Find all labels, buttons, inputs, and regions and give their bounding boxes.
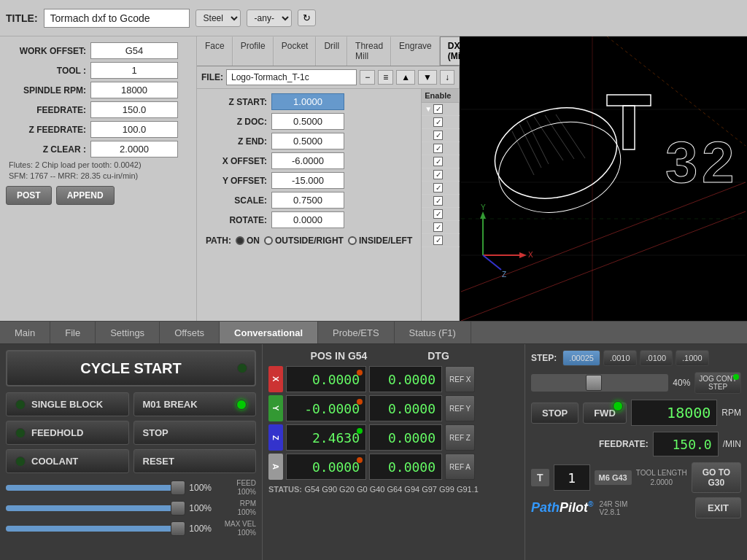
row-1-checkbox[interactable] xyxy=(433,117,443,127)
path-on-radio[interactable] xyxy=(236,236,244,245)
spindle-rpm-input[interactable] xyxy=(90,82,178,98)
scroll-down-button[interactable]: ▼ xyxy=(418,70,437,85)
tab-conversational[interactable]: Conversational xyxy=(220,322,318,343)
a-dtg-display: 0.0000 xyxy=(369,454,442,480)
z-end-input[interactable] xyxy=(271,133,344,149)
row-5-checkbox[interactable] xyxy=(433,170,443,179)
path-inside-radio[interactable] xyxy=(348,236,357,245)
step-1000-button[interactable]: .1000 xyxy=(676,350,709,366)
maxvel-slider-track[interactable] xyxy=(6,526,178,532)
axis-row-a: A 0.0000 0.0000 REF A xyxy=(268,454,519,480)
post-button[interactable]: POST xyxy=(6,186,52,205)
z-dtg-display: 0.0000 xyxy=(369,424,442,451)
step-0100-button[interactable]: .0100 xyxy=(640,350,673,366)
feed-label: FEED100% xyxy=(216,479,256,497)
cycle-start-led xyxy=(237,363,247,373)
feedrate-input[interactable] xyxy=(90,101,178,118)
normalize-button[interactable]: ≡ xyxy=(378,70,393,85)
ref-a-button[interactable]: REF A xyxy=(445,454,475,480)
tab-profile[interactable]: Profile xyxy=(233,36,274,66)
cycle-start-button[interactable]: CYCLE START xyxy=(6,350,256,386)
motor-stop-button[interactable]: STOP xyxy=(531,402,578,424)
coolant-button[interactable]: COOLANT xyxy=(6,449,129,473)
z-start-input[interactable] xyxy=(271,93,344,110)
x-pos-led xyxy=(357,370,363,376)
z-feedrate-input[interactable] xyxy=(90,121,178,138)
path-on-option[interactable]: ON xyxy=(236,236,260,246)
y-offset-label: Y OFFSET: xyxy=(201,176,267,186)
tool-length-label: TOOL LENGTH2.0000 xyxy=(636,468,687,487)
jog-slider[interactable] xyxy=(531,374,668,392)
scale-input[interactable] xyxy=(271,192,344,209)
z-doc-input[interactable] xyxy=(271,113,344,130)
z-pos-led xyxy=(357,428,363,434)
row-9-checkbox[interactable] xyxy=(433,222,443,232)
m01-break-button[interactable]: M01 BREAK xyxy=(133,392,257,416)
refresh-button[interactable]: ↻ xyxy=(298,9,316,26)
rotate-input[interactable] xyxy=(271,211,344,228)
row-10-checkbox[interactable] xyxy=(433,236,443,245)
row-3-checkbox[interactable] xyxy=(433,144,443,153)
tab-drill[interactable]: Drill xyxy=(316,36,347,66)
rpm-slider-track[interactable] xyxy=(6,505,178,511)
tab-settings[interactable]: Settings xyxy=(96,322,160,343)
tab-pocket[interactable]: Pocket xyxy=(274,36,317,66)
tab-file[interactable]: File xyxy=(50,322,96,343)
work-offset-input[interactable] xyxy=(90,42,178,59)
tab-offsets[interactable]: Offsets xyxy=(160,322,220,343)
3d-viewport[interactable]: X Y Z 3 2 xyxy=(460,36,747,321)
row-2-checkbox[interactable] xyxy=(433,131,443,140)
ref-y-button[interactable]: REF Y xyxy=(445,395,475,421)
x-axis-label: X xyxy=(268,366,283,392)
title-input[interactable] xyxy=(44,9,190,28)
tab-engrave[interactable]: Engrave xyxy=(391,36,440,66)
row-8-checkbox[interactable] xyxy=(433,209,443,219)
tab-probe-ets[interactable]: Probe/ETS xyxy=(318,322,395,343)
x-offset-input[interactable] xyxy=(271,152,344,169)
z-end-label: Z END: xyxy=(201,136,267,147)
step-00025-button[interactable]: .00025 xyxy=(562,350,600,366)
ref-z-button[interactable]: REF Z xyxy=(445,424,475,451)
go-to-g30-button[interactable]: GO TO G30 xyxy=(692,462,741,493)
path-outside-option[interactable]: OUTSIDE/RIGHT xyxy=(264,236,344,246)
scale-label: SCALE: xyxy=(201,195,267,206)
pos-title: POS IN G54 xyxy=(283,350,395,362)
row-4-checkbox[interactable] xyxy=(433,157,443,166)
feedrate-unit: /MIN xyxy=(723,439,741,449)
scroll-up-button[interactable]: ▲ xyxy=(396,70,415,85)
tab-main[interactable]: Main xyxy=(0,322,50,343)
coolant-led xyxy=(15,456,26,467)
path-inside-option[interactable]: INSIDE/LEFT xyxy=(348,236,412,246)
z-clear-input[interactable] xyxy=(90,141,178,158)
minimize-button[interactable]: − xyxy=(360,70,375,85)
feed-slider-track[interactable] xyxy=(6,485,178,491)
tab-face[interactable]: Face xyxy=(197,36,233,66)
ref-x-button[interactable]: REF X xyxy=(445,366,475,392)
append-button[interactable]: APPEND xyxy=(56,186,115,205)
path-label: PATH: xyxy=(206,236,231,246)
row-7-checkbox[interactable] xyxy=(433,196,443,206)
exit-button[interactable]: EXIT xyxy=(695,497,741,518)
y-pos-display: -0.0000 xyxy=(286,395,366,421)
step-0010-button[interactable]: .0010 xyxy=(603,350,637,366)
tab-thread-mill[interactable]: Thread Mill xyxy=(347,36,391,66)
jog-cont-step-button[interactable]: JOG CONTSTEP xyxy=(694,372,741,394)
scroll-bottom-button[interactable]: ↓ xyxy=(440,70,454,85)
row-0-checkbox[interactable] xyxy=(433,104,443,114)
tool-input[interactable] xyxy=(90,62,178,79)
stop-button[interactable]: STOP xyxy=(133,421,257,445)
tab-status[interactable]: Status (F1) xyxy=(395,322,471,343)
a-pos-display: 0.0000 xyxy=(286,454,366,480)
row-6-checkbox[interactable] xyxy=(433,183,443,192)
motor-fwd-button[interactable]: FWD xyxy=(583,402,627,424)
maxvel-label: MAX VEL100% xyxy=(216,520,256,537)
path-outside-radio[interactable] xyxy=(264,236,273,245)
feedhold-button[interactable]: FEEDHOLD xyxy=(6,421,129,445)
material-type-select[interactable]: Steel xyxy=(196,9,241,27)
y-offset-input[interactable] xyxy=(271,172,344,189)
file-input[interactable] xyxy=(226,69,357,85)
reset-button[interactable]: RESET xyxy=(133,449,257,473)
status-label: STATUS: xyxy=(268,485,302,494)
single-block-button[interactable]: SINGLE BLOCK xyxy=(6,392,129,416)
material-size-select[interactable]: -any- xyxy=(247,9,292,27)
